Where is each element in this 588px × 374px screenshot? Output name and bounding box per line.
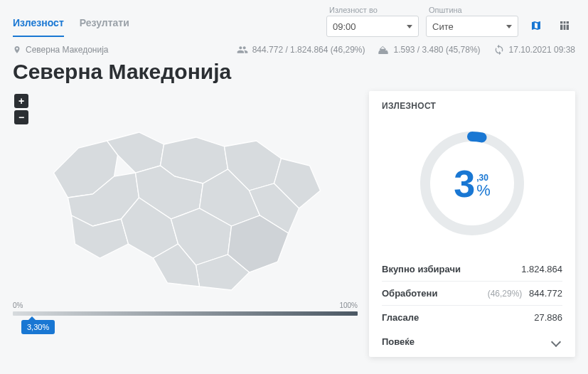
- table-view-button[interactable]: [554, 15, 575, 36]
- municipality-select-value: Сите: [432, 21, 454, 32]
- more-toggle[interactable]: Повеќе: [382, 329, 562, 347]
- row-processed: Обработени (46,29%) 844.772: [382, 282, 562, 306]
- turnout-donut: 3 ,30 %: [415, 127, 529, 240]
- legend-min: 0%: [13, 301, 23, 309]
- legend-gradient: [13, 311, 358, 316]
- turnout-card: ИЗЛЕЗНОСТ 3 ,30 % Вкупно избирачи: [369, 91, 575, 357]
- percent-integer: 3: [454, 164, 475, 203]
- chevron-down-icon: [551, 336, 561, 346]
- caret-down-icon: [506, 25, 512, 28]
- time-select-value: 09:00: [333, 21, 356, 32]
- legend-max: 100%: [339, 301, 358, 309]
- tab-results[interactable]: Резултати: [80, 17, 129, 37]
- legend-tooltip: 3,30%: [21, 320, 55, 334]
- tab-turnout[interactable]: Излезност: [13, 17, 64, 37]
- row-voted: Гласале 27.886: [382, 306, 562, 329]
- ballot-icon: [378, 44, 389, 55]
- updated-stat: 17.10.2021 09:38: [509, 45, 575, 55]
- pin-icon: [13, 46, 21, 54]
- time-select-label: Излезност во: [326, 6, 419, 14]
- row-total-voters: Вкупно избирачи 1.824.864: [382, 257, 562, 282]
- voters-stat: 844.772 / 1.824.864 (46,29%): [252, 45, 365, 55]
- municipality-select-label: Општина: [426, 6, 518, 14]
- update-icon: [493, 44, 505, 55]
- map-icon: [530, 20, 542, 31]
- page-title: Северна Македонија: [0, 60, 588, 91]
- map-view-button[interactable]: [525, 15, 547, 36]
- people-icon: [237, 44, 248, 55]
- map-legend: 0% 100% 3,30%: [13, 311, 358, 316]
- breadcrumb: Северна Македонија: [26, 45, 109, 55]
- zoom-in-button[interactable]: +: [14, 94, 28, 108]
- table-icon: [559, 20, 570, 31]
- choropleth-map[interactable]: [13, 91, 358, 304]
- caret-down-icon: [407, 25, 412, 28]
- zoom-out-button[interactable]: −: [14, 110, 28, 124]
- municipality-select[interactable]: Сите: [426, 16, 518, 37]
- percent-symbol: %: [476, 183, 491, 198]
- stations-stat: 1.593 / 3.480 (45,78%): [393, 45, 480, 55]
- time-select[interactable]: 09:00: [326, 16, 419, 37]
- card-title: ИЗЛЕЗНОСТ: [382, 101, 562, 111]
